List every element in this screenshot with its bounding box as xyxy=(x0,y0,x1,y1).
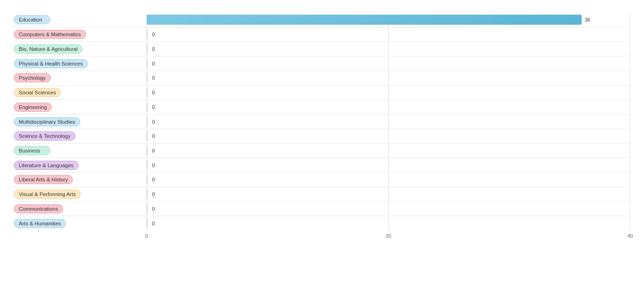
bar-row: Liberal Arts & History0 xyxy=(14,173,630,187)
bar-container: 0 xyxy=(147,42,630,56)
bar xyxy=(147,189,147,199)
bar xyxy=(147,73,147,83)
x-tick: 0 xyxy=(145,233,148,239)
bar-pill: Bio, Nature & Agricultural xyxy=(14,44,82,54)
bar-container: 0 xyxy=(147,202,630,216)
bar-row: Engineering0 xyxy=(14,100,630,115)
bar-value: 0 xyxy=(152,46,155,52)
bar-container: 0 xyxy=(147,216,630,230)
bar-label: Multidisciplinary Studies xyxy=(14,117,147,126)
bar-value: 0 xyxy=(152,191,155,197)
bar xyxy=(147,44,147,54)
bar-row: Computers & Mathematics0 xyxy=(14,27,630,42)
bar-container: 0 xyxy=(147,71,630,85)
bar-value: 0 xyxy=(152,61,155,66)
bar-value: 36 xyxy=(584,17,590,22)
bar-row: Bio, Nature & Agricultural0 xyxy=(14,42,630,56)
bar xyxy=(147,59,147,69)
bar xyxy=(147,204,147,214)
rows-area: Education36Computers & Mathematics0Bio, … xyxy=(14,13,630,230)
bar-container: 0 xyxy=(147,27,630,42)
bar xyxy=(147,146,147,156)
bar-pill: Computers & Mathematics xyxy=(14,30,86,39)
bar-row: Psychology0 xyxy=(14,71,630,86)
bar-pill: Engineering xyxy=(14,103,52,112)
bar-container: 0 xyxy=(147,86,630,100)
bar-label: Psychology xyxy=(14,73,147,82)
bar-row: Literature & Languages0 xyxy=(14,158,630,173)
bar xyxy=(147,174,147,185)
bar-row: Visual & Performing Arts0 xyxy=(14,187,630,202)
bar-value: 0 xyxy=(152,206,155,212)
bar-container: 0 xyxy=(147,100,630,114)
bar-container: 36 xyxy=(147,13,630,27)
bar-row: Business0 xyxy=(14,144,630,158)
bar-value: 0 xyxy=(152,177,155,182)
bar-pill: Multidisciplinary Studies xyxy=(14,117,80,126)
bar-value: 0 xyxy=(152,133,155,139)
bar-value: 0 xyxy=(152,90,155,95)
bar-row: Physical & Health Sciences0 xyxy=(14,56,630,71)
bar-label: Bio, Nature & Agricultural xyxy=(14,44,147,54)
bar-pill: Social Sciences xyxy=(14,88,61,97)
bar-pill: Liberal Arts & History xyxy=(14,175,73,184)
bar-row: Science & Technology0 xyxy=(14,129,630,144)
bar-label: Liberal Arts & History xyxy=(14,175,147,184)
bar-container: 0 xyxy=(147,115,630,129)
bar-pill: Arts & Humanities xyxy=(14,219,66,228)
x-tick: 20 xyxy=(386,233,391,239)
bar-label: Physical & Health Sciences xyxy=(14,59,147,68)
bar-value: 0 xyxy=(152,104,155,110)
bar-container: 0 xyxy=(147,187,630,202)
bar-value: 0 xyxy=(152,163,155,168)
chart-area: Education36Computers & Mathematics0Bio, … xyxy=(14,13,630,242)
bar-label: Visual & Performing Arts xyxy=(14,190,147,199)
bar xyxy=(147,102,147,112)
bar-container: 0 xyxy=(147,129,630,143)
bar xyxy=(147,87,147,98)
bar-pill: Psychology xyxy=(14,73,51,82)
bar-label: Literature & Languages xyxy=(14,161,147,170)
bar-label: Engineering xyxy=(14,103,147,112)
bar xyxy=(147,117,147,127)
bar xyxy=(147,15,582,25)
bar-row: Social Sciences0 xyxy=(14,86,630,100)
bar-pill: Science & Technology xyxy=(14,131,76,141)
bar-label: Communications xyxy=(14,204,147,213)
bar-pill: Literature & Languages xyxy=(14,161,79,170)
bar xyxy=(147,218,147,229)
chart-container: Education36Computers & Mathematics0Bio, … xyxy=(0,0,644,289)
x-tick: 40 xyxy=(628,233,633,239)
bar-container: 0 xyxy=(147,158,630,172)
bar-container: 0 xyxy=(147,173,630,187)
bar-value: 0 xyxy=(152,221,155,226)
x-axis: 02040 xyxy=(147,233,630,242)
bar-label: Education xyxy=(14,15,147,24)
bar-value: 0 xyxy=(152,32,155,37)
bar xyxy=(147,131,147,141)
bar-pill: Physical & Health Sciences xyxy=(14,59,88,68)
bar-row: Arts & Humanities0 xyxy=(14,216,630,230)
bar-pill: Education xyxy=(14,15,50,24)
bar-container: 0 xyxy=(147,144,630,158)
bar-row: Multidisciplinary Studies0 xyxy=(14,115,630,129)
bar xyxy=(147,160,147,170)
bar-value: 0 xyxy=(152,119,155,125)
bar-label: Science & Technology xyxy=(14,131,147,141)
bar-label: Computers & Mathematics xyxy=(14,30,147,39)
bar xyxy=(147,29,147,39)
bar-value: 0 xyxy=(152,148,155,153)
bar-pill: Communications xyxy=(14,204,63,213)
bar-value: 0 xyxy=(152,75,155,81)
bar-container: 0 xyxy=(147,56,630,71)
bar-label: Arts & Humanities xyxy=(14,219,147,228)
bar-label: Social Sciences xyxy=(14,88,147,97)
bar-pill: Visual & Performing Arts xyxy=(14,190,81,199)
bar-label: Business xyxy=(14,146,147,155)
bar-row: Communications0 xyxy=(14,202,630,217)
bar-row: Education36 xyxy=(14,13,630,27)
bar-pill: Business xyxy=(14,146,50,155)
